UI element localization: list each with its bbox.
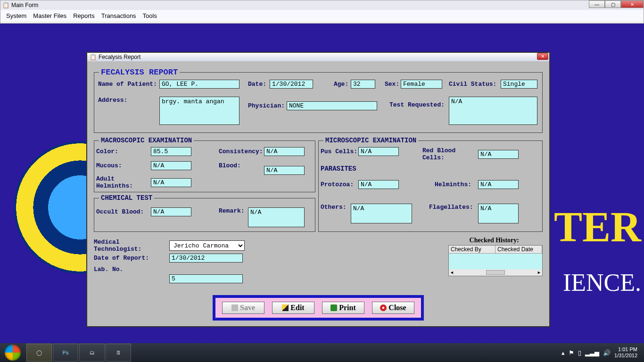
checked-history-label: Checked History:	[470, 237, 519, 244]
pus-cells-field[interactable]	[358, 147, 399, 156]
remark-label: Remark:	[219, 207, 248, 214]
age-field[interactable]	[351, 80, 375, 89]
form-icon: 📋	[2, 2, 9, 8]
fecalysis-dialog: 📋 Fecalysis Report ✕ FECALYSIS REPORT Na…	[86, 52, 550, 327]
flagellates-field[interactable]: N/A	[478, 204, 519, 223]
rbc-field[interactable]	[478, 150, 519, 159]
civil-status-field[interactable]	[501, 80, 537, 89]
dialog-body: FECALYSIS REPORT Name of Patient: Date: …	[87, 61, 549, 326]
save-button: Save	[222, 302, 264, 314]
sex-label: Sex:	[385, 81, 401, 88]
checked-history-grid[interactable]: Checked By Checked Date ◄ ►	[448, 245, 543, 276]
med-tech-select[interactable]: Jericho Carmona	[169, 240, 245, 251]
main-titlebar: 📋 Main Form — ▢ ✕	[0, 0, 644, 10]
task-explorer[interactable]: 🗂	[79, 344, 105, 362]
report-heading: FECALYSIS REPORT	[99, 68, 180, 77]
others-field[interactable]: N/A	[351, 204, 412, 223]
remark-field[interactable]: N/A	[248, 207, 305, 227]
chemical-test-group: CHEMICAL TEST Occult Blood: Remark: N/A	[94, 194, 315, 232]
test-requested-label: Test Requested:	[389, 97, 449, 108]
minimize-button[interactable]: —	[589, 0, 605, 8]
volume-icon[interactable]: 🔊	[603, 349, 611, 356]
system-tray: ▴ ⚑ ▯ ▂▃▅ 🔊 1:01 PM 1/31/2012	[561, 346, 644, 359]
printer-icon	[330, 304, 337, 311]
pus-cells-label: Pus Cells:	[321, 148, 358, 155]
occult-blood-label: Occult Blood:	[96, 208, 151, 215]
task-chrome[interactable]: ◯	[26, 344, 52, 362]
clock-date: 1/31/2012	[614, 353, 637, 359]
protozoa-field[interactable]	[358, 180, 399, 189]
taskbar: ◯ Ps 🗂 🗓 ▴ ⚑ ▯ ▂▃▅ 🔊 1:01 PM 1/31/2012	[0, 343, 644, 362]
mucous-field[interactable]	[151, 161, 191, 170]
scroll-right-icon[interactable]: ►	[537, 270, 541, 275]
close-icon	[380, 304, 387, 311]
background-text-fragment-2: IENCE.	[563, 269, 641, 296]
main-title: Main Form	[11, 2, 38, 8]
date-field[interactable]	[270, 80, 313, 89]
menubar: System Master Files Reports Transactions…	[0, 10, 644, 21]
pencil-icon	[282, 304, 289, 311]
med-tech-label: Medical Technologist:	[94, 239, 169, 253]
close-main-button[interactable]: ✕	[621, 0, 644, 8]
footer-area: Medical Technologist: Jericho Carmona Da…	[94, 237, 543, 288]
print-button[interactable]: Print	[322, 302, 364, 314]
patient-info-group: FECALYSIS REPORT Name of Patient: Date: …	[94, 68, 543, 133]
start-button[interactable]	[0, 343, 25, 362]
menu-tools[interactable]: Tools	[143, 12, 157, 19]
dialog-close-button[interactable]: ✕	[537, 53, 548, 60]
flag-icon[interactable]: ⚑	[569, 349, 574, 356]
task-app[interactable]: 🗓	[106, 344, 131, 362]
battery-icon[interactable]: ▯	[578, 349, 581, 356]
occult-blood-field[interactable]	[151, 207, 191, 216]
lab-no-label: Lab. No.	[94, 266, 169, 273]
physician-field[interactable]	[287, 101, 377, 110]
menu-transactions[interactable]: Transactions	[101, 12, 136, 19]
clock[interactable]: 1:01 PM 1/31/2012	[614, 346, 637, 359]
date-of-report-field[interactable]	[169, 254, 243, 263]
mucous-label: Mucous:	[96, 162, 151, 169]
address-field[interactable]: brgy. manta angan	[159, 97, 239, 125]
blood-field[interactable]	[264, 166, 305, 175]
action-bar-outer: Save Edit Print Close	[213, 295, 424, 321]
scroll-left-icon[interactable]: ◄	[450, 270, 454, 275]
others-label: Others:	[321, 204, 351, 211]
age-label: Age:	[334, 81, 351, 88]
edit-button[interactable]: Edit	[272, 302, 314, 314]
flagellates-label: Flagellates:	[429, 204, 478, 211]
wifi-icon[interactable]: ▂▃▅	[585, 349, 599, 356]
task-photoshop[interactable]: Ps	[53, 344, 78, 362]
history-header: Checked By Checked Date	[449, 246, 542, 254]
name-label: Name of Patient:	[98, 81, 159, 88]
menu-reports[interactable]: Reports	[73, 12, 95, 19]
close-button[interactable]: Close	[372, 302, 414, 314]
sex-field[interactable]	[401, 80, 442, 89]
adult-helminths-field[interactable]	[151, 178, 191, 187]
date-label: Date:	[248, 81, 270, 88]
tray-arrow-icon[interactable]: ▴	[561, 349, 565, 356]
background-text-fragment-1: TER	[554, 203, 641, 251]
scroll-thumb[interactable]	[486, 270, 505, 275]
helminths-field[interactable]	[478, 180, 519, 189]
consistency-field[interactable]	[264, 147, 305, 156]
macroscopic-legend: MACROSCOPIC EXAMINATION	[99, 137, 194, 144]
microscopic-legend: MICROSCOPIC EXAMINATION	[323, 137, 418, 144]
name-field[interactable]	[159, 80, 239, 89]
save-icon	[231, 304, 238, 311]
action-bar: Save Edit Print Close	[215, 298, 421, 318]
address-label: Address:	[98, 97, 159, 104]
date-of-report-label: Date of Report:	[94, 255, 169, 262]
adult-helminths-label: Adult Helminths:	[96, 175, 151, 189]
history-col-checked-by: Checked By	[449, 246, 495, 253]
lab-no-field[interactable]	[169, 274, 243, 283]
protozoa-label: Protozoa:	[321, 181, 358, 188]
rbc-label: Red Blood Cells:	[422, 147, 478, 161]
maximize-button[interactable]: ▢	[605, 0, 621, 8]
color-field[interactable]	[151, 147, 191, 156]
menu-system[interactable]: System	[6, 12, 26, 19]
history-col-checked-date: Checked Date	[495, 246, 542, 253]
macroscopic-group: MACROSCOPIC EXAMINATION Color: Consisten…	[94, 137, 315, 192]
history-scrollbar[interactable]: ◄ ►	[449, 269, 542, 276]
menu-master-files[interactable]: Master Files	[33, 12, 66, 19]
test-requested-field[interactable]: N/A	[449, 97, 537, 125]
clock-time: 1:01 PM	[614, 346, 637, 353]
